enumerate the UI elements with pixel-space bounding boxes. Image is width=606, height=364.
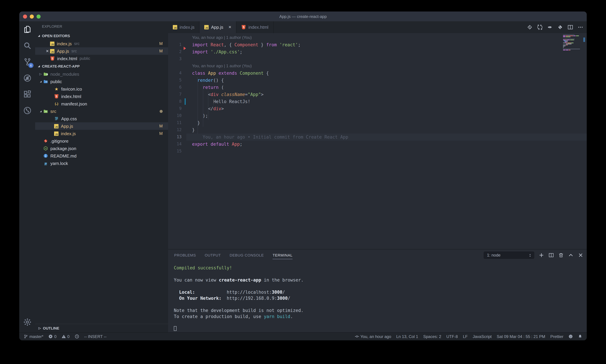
status-item[interactable] bbox=[568, 334, 573, 339]
open-editor-item[interactable]: ✕ JS App.js src M bbox=[35, 47, 168, 55]
open-editor-item[interactable]: 5 index.html public bbox=[35, 55, 168, 62]
tree-item-yarn.lock[interactable]: yarn.lock bbox=[35, 159, 168, 167]
status-item-0[interactable]: 0 bbox=[49, 334, 56, 339]
tab-App.js[interactable]: JSApp.js ✕ bbox=[199, 21, 237, 33]
activity-source-control[interactable]: 6 bbox=[19, 54, 35, 70]
activity-gear[interactable] bbox=[19, 314, 35, 330]
tree-item-.gitignore[interactable]: .gitignore bbox=[35, 137, 168, 145]
bottom-panel: PROBLEMSOUTPUTDEBUG CONSOLETERMINAL 1: n… bbox=[168, 249, 587, 332]
kill-terminal-icon[interactable] bbox=[558, 252, 564, 258]
tab-index.js[interactable]: JSindex.js bbox=[168, 21, 199, 33]
terminal-output[interactable]: Compiled successfully! You can now view … bbox=[168, 261, 587, 332]
tree-item-favicon.ico[interactable]: ★ favicon.ico bbox=[35, 85, 168, 93]
status-item-javascript[interactable]: JavaScript bbox=[473, 334, 492, 339]
terminal-select[interactable]: 1: node bbox=[484, 251, 534, 259]
terminal-line: Local: http://localhost:3000/ bbox=[174, 289, 587, 295]
tree-item-public[interactable]: public bbox=[35, 78, 168, 85]
status-item-prettier[interactable]: Prettier bbox=[550, 334, 563, 339]
terminal-line bbox=[174, 326, 587, 332]
status-item-sat-09-mar-04-55-21-pm[interactable]: Sat 09 Mar 04 : 55 : 21 PM bbox=[497, 334, 545, 339]
maximize-window-button[interactable] bbox=[37, 14, 40, 18]
code-line-10[interactable]: 10 ); bbox=[168, 112, 587, 119]
editor-scrollbar[interactable] bbox=[582, 33, 587, 249]
more-actions-icon[interactable] bbox=[578, 24, 583, 30]
minimize-window-button[interactable] bbox=[30, 14, 34, 18]
status-item-lf[interactable]: LF bbox=[463, 334, 468, 339]
tree-item-src[interactable]: src bbox=[35, 107, 168, 115]
outline-header[interactable]: ▷ OUTLINE bbox=[35, 324, 168, 332]
split-terminal-icon[interactable] bbox=[549, 252, 554, 258]
indent-guide bbox=[213, 98, 214, 105]
code-line-7[interactable]: 7 <div className="App"> bbox=[168, 91, 587, 98]
tree-item-node_modules[interactable]: ▷ node_modules bbox=[35, 70, 168, 78]
status-item-ln-13-col-1[interactable]: Ln 13, Col 1 bbox=[396, 334, 418, 339]
code-line-9[interactable]: 9 </div> bbox=[168, 105, 587, 112]
tree-item-README.md[interactable]: README.md bbox=[35, 152, 168, 159]
status-item[interactable] bbox=[75, 334, 79, 339]
code-line-5[interactable]: 5 render() { bbox=[168, 77, 587, 84]
tree-item-index.html[interactable]: 5 index.html bbox=[35, 93, 168, 100]
scm-changes-badge: 6 bbox=[28, 63, 33, 68]
close-editor-icon[interactable]: ✕ bbox=[45, 49, 50, 53]
code-line-11[interactable]: 11 } bbox=[168, 119, 587, 126]
terminal-line bbox=[174, 301, 587, 308]
panel-tab-terminal[interactable]: TERMINAL bbox=[273, 249, 292, 261]
close-window-button[interactable] bbox=[23, 14, 27, 18]
status-bar-left: master* 0 0 -- INSERT -- bbox=[24, 334, 106, 339]
panel-tab-output[interactable]: OUTPUT bbox=[205, 249, 221, 261]
tree-item-manifest.json[interactable]: {..} manifest.json bbox=[35, 100, 168, 107]
code-line-15[interactable]: 15 bbox=[168, 148, 587, 155]
maximize-panel-icon[interactable] bbox=[568, 252, 574, 258]
tree-item-index.js[interactable]: JS index.js M bbox=[35, 130, 168, 137]
tree-item-App.css[interactable]: App.css bbox=[35, 115, 168, 122]
tree-twistie-icon[interactable] bbox=[38, 110, 43, 112]
code-editor[interactable]: You, an hour ago | 1 author (You) 1impor… bbox=[168, 33, 587, 249]
status-item-0[interactable]: 0 bbox=[62, 334, 69, 339]
project-root-header[interactable]: CREATE-REACT-APP bbox=[35, 62, 168, 70]
status-item-insert[interactable]: -- INSERT -- bbox=[84, 334, 106, 339]
activity-debug[interactable] bbox=[19, 70, 35, 86]
close-panel-icon[interactable] bbox=[578, 252, 583, 258]
gitlens-diamond-icon[interactable] bbox=[557, 24, 563, 30]
open-editor-item[interactable]: JS index.js src M bbox=[35, 40, 168, 47]
code-line-2[interactable]: 2import './App.css'; bbox=[168, 48, 587, 55]
panel-tab-debug-console[interactable]: DEBUG CONSOLE bbox=[230, 249, 264, 261]
titlebar[interactable]: App.js — create-react-app bbox=[19, 12, 587, 21]
tree-item-App.js[interactable]: JS App.js M bbox=[35, 122, 168, 130]
minimap[interactable] bbox=[563, 35, 581, 52]
status-item[interactable] bbox=[578, 334, 582, 339]
panel-header: PROBLEMSOUTPUTDEBUG CONSOLETERMINAL 1: n… bbox=[168, 249, 587, 261]
editor-group: JSindex.js JSApp.js ✕ 5index.html You, a… bbox=[168, 21, 587, 332]
split-editor-icon[interactable] bbox=[567, 24, 573, 30]
status-item-utf-8[interactable]: UTF-8 bbox=[446, 334, 458, 339]
code-line-4[interactable]: 4class App extends Component { bbox=[168, 70, 587, 77]
toggle-blame-eye-icon[interactable] bbox=[547, 24, 553, 30]
tree-twistie-icon[interactable]: ▷ bbox=[38, 72, 43, 76]
compare-icon[interactable] bbox=[537, 24, 543, 30]
tree-twistie-icon[interactable] bbox=[38, 81, 43, 82]
code-line-8[interactable]: 8 Hello ReactJs! bbox=[168, 98, 587, 105]
overview-ruler-modified-marker bbox=[583, 38, 585, 42]
new-terminal-icon[interactable] bbox=[539, 252, 544, 258]
activity-files[interactable] bbox=[19, 21, 35, 38]
activity-search[interactable] bbox=[19, 38, 35, 54]
activity-extensions[interactable] bbox=[19, 86, 35, 103]
code-line-3[interactable]: 3 bbox=[168, 55, 587, 63]
activity-gitlens[interactable] bbox=[19, 103, 35, 119]
status-item-you-an-hour-ago[interactable]: You, an hour ago bbox=[355, 334, 391, 339]
gitlens-diamond-outline-icon[interactable] bbox=[527, 24, 533, 30]
open-editors-list: JS index.js src M ✕ JS App.js src M 5 in… bbox=[35, 40, 168, 62]
tab-index.html[interactable]: 5index.html bbox=[237, 21, 274, 33]
close-tab-icon[interactable]: ✕ bbox=[228, 25, 231, 29]
code-line-12[interactable]: 12} bbox=[168, 126, 587, 133]
code-line-6[interactable]: 6 return ( bbox=[168, 84, 587, 91]
code-line-14[interactable]: 14export default App; bbox=[168, 141, 587, 148]
open-editors-header[interactable]: OPEN EDITORS bbox=[35, 32, 168, 40]
panel-tab-problems[interactable]: PROBLEMS bbox=[174, 249, 196, 261]
code-line-1[interactable]: 1import React, { Component } from 'react… bbox=[168, 41, 587, 48]
status-item-master[interactable]: master* bbox=[24, 334, 43, 339]
tree-item-package.json[interactable]: JS package.json bbox=[35, 145, 168, 152]
status-item-spaces-2[interactable]: Spaces: 2 bbox=[423, 334, 441, 339]
indent-guide bbox=[198, 77, 198, 134]
code-line-13[interactable]: 13 You, an hour ago • Initial commit fro… bbox=[168, 133, 587, 141]
